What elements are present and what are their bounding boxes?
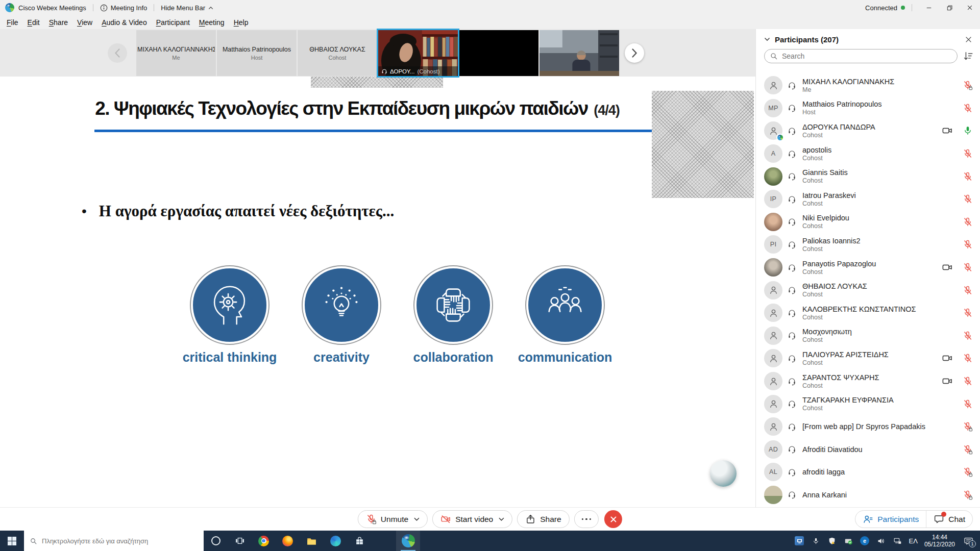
participant-row[interactable]: Giannis Saitis Cohost — [756, 165, 980, 188]
headset-icon — [788, 399, 796, 408]
start-video-button[interactable]: Start video — [432, 510, 512, 528]
action-center-button[interactable]: 1 — [962, 531, 975, 551]
participant-row[interactable]: Anna Karkani — [756, 484, 980, 507]
menu-item-help[interactable]: Help — [229, 18, 253, 27]
firefox-button[interactable] — [276, 531, 300, 551]
participants-search-input[interactable] — [764, 49, 958, 63]
task-view-button[interactable] — [228, 531, 252, 551]
participant-row[interactable]: ΔΟΡΟΥΚΑ ΠΑΝΔΩΡΑ Cohost — [756, 119, 980, 142]
participant-row[interactable]: AL afroditi lagga — [756, 461, 980, 484]
avatar-initials: AL — [769, 468, 777, 475]
network-tray-icon[interactable] — [893, 536, 902, 546]
language-indicator[interactable]: ΕΛ — [909, 537, 918, 545]
avatar-initials: MP — [768, 105, 778, 112]
participants-panel: Participants (207) — [755, 29, 980, 508]
menu-item-participant[interactable]: Participant — [152, 18, 194, 27]
edge-button[interactable] — [324, 531, 348, 551]
participant-row[interactable]: Μοσχονησιωτη Cohost — [756, 324, 980, 347]
participants-toggle-button[interactable]: Participants — [855, 511, 926, 528]
chevron-down-icon[interactable] — [414, 517, 420, 521]
info-icon — [100, 4, 108, 12]
previous-videos-button[interactable] — [108, 43, 127, 63]
microsoft-store-button[interactable] — [348, 531, 372, 551]
video-tile-active-speaker[interactable]: ΔΟΡΟΥ... (Cohost) — [378, 30, 458, 76]
participant-row[interactable]: AD Afroditi Diavatidou — [756, 438, 980, 461]
share-button[interactable]: Share — [517, 510, 569, 528]
video-tile[interactable] — [540, 30, 619, 76]
participant-row[interactable]: ΣΑΡΑΝΤΟΣ ΨΥΧΑΡΗΣ Cohost — [756, 370, 980, 393]
volume-tray-icon[interactable] — [876, 536, 886, 546]
avatar: MP — [764, 99, 782, 117]
chat-toggle-button[interactable]: Chat — [926, 511, 972, 528]
next-videos-button[interactable] — [625, 43, 644, 63]
update-check-tray-icon[interactable] — [844, 536, 853, 546]
video-tile-name-only[interactable]: ΜΙΧΑΗΛ ΚΑΛΟΓΙΑΝΝΑΚΗΣ Me — [136, 30, 216, 76]
leave-meeting-button[interactable] — [604, 510, 622, 528]
menu-item-audio-video[interactable]: Audio & Video — [97, 18, 151, 27]
participant-row[interactable]: MP Matthaios Patrinopoulos Host — [756, 97, 980, 120]
webex-taskbar-button[interactable] — [396, 531, 420, 551]
participant-names: [From web app] Dr Spyros Papadakis — [802, 422, 925, 431]
participant-row[interactable]: ΠΑΛΙΟΥΡΑΣ ΑΡΙΣΤΕΙΔΗΣ Cohost — [756, 347, 980, 370]
skills-row: critical thinking — [184, 266, 611, 365]
taskbar-clock[interactable]: 14:44 05/12/2020 — [924, 534, 955, 548]
participant-row[interactable]: [From web app] Dr Spyros Papadakis — [756, 415, 980, 438]
video-tile-name-only[interactable]: ΘΗΒΑΙΟΣ ΛΟΥΚΑΣ Cohost — [298, 30, 377, 76]
participant-role: Cohost — [802, 200, 856, 207]
hide-menu-bar-button[interactable]: Hide Menu Bar — [161, 4, 213, 12]
participant-row[interactable]: ΜΙΧΑΗΛ ΚΑΛΟΓΙΑΝΝΑΚΗΣ Me — [756, 74, 980, 97]
chevron-down-icon[interactable] — [764, 37, 770, 41]
eset-tray-icon[interactable]: e — [860, 536, 870, 546]
avatar: IP — [764, 190, 782, 208]
avatar — [764, 395, 782, 413]
defender-tray-icon[interactable] — [827, 536, 837, 546]
meeting-info-button[interactable]: Meeting Info — [100, 4, 148, 12]
participant-role: Cohost — [802, 382, 879, 389]
menu-item-edit[interactable]: Edit — [23, 18, 44, 27]
menu-item-view[interactable]: View — [72, 18, 97, 27]
file-explorer-button[interactable] — [300, 531, 324, 551]
skill-item: communication — [519, 266, 611, 365]
participant-name: Matthaios Patrinopoulos — [802, 100, 882, 108]
menu-bar: FileEditShareViewAudio & VideoParticipan… — [0, 15, 980, 29]
cortana-button[interactable] — [204, 531, 228, 551]
start-button[interactable] — [0, 531, 24, 551]
microphone-tray-icon[interactable] — [811, 536, 821, 546]
menu-item-meeting[interactable]: Meeting — [194, 18, 229, 27]
participant-row[interactable]: Niki Evelpidou Cohost — [756, 211, 980, 234]
minimize-button[interactable] — [919, 0, 939, 15]
unmute-button[interactable]: Unmute — [358, 510, 428, 528]
participant-row[interactable]: A apostolis Cohost — [756, 142, 980, 165]
mic-muted-locked-icon — [963, 467, 973, 477]
participant-row[interactable]: ΤΖΑΓΚΑΡΑΚΗ ΕΥΦΡΑΝΣΙΑ Cohost — [756, 392, 980, 415]
taskbar-search-input[interactable] — [42, 537, 198, 545]
participant-row[interactable]: PI Paliokas Ioannis2 Cohost — [756, 233, 980, 256]
participant-row[interactable]: IP Iatrou Paraskevi Cohost — [756, 188, 980, 211]
participant-row[interactable]: Panayotis Papazoglou Cohost — [756, 256, 980, 279]
headset-icon — [788, 217, 796, 226]
remote-app-tray-icon[interactable] — [795, 536, 804, 546]
menu-item-file[interactable]: File — [2, 18, 23, 27]
close-window-button[interactable] — [960, 0, 980, 15]
chrome-button[interactable] — [252, 531, 276, 551]
webex-floating-ball[interactable] — [710, 460, 737, 487]
sort-icon[interactable] — [963, 51, 974, 62]
participant-names: ΣΑΡΑΝΤΟΣ ΨΥΧΑΡΗΣ Cohost — [802, 373, 879, 389]
headset-icon — [788, 104, 796, 112]
participant-name: afroditi lagga — [802, 468, 845, 476]
taskbar-search-box[interactable] — [24, 531, 204, 551]
slide-title-page: (4/4) — [594, 103, 620, 118]
webex-logo-icon — [5, 3, 14, 12]
more-options-button[interactable] — [574, 510, 599, 528]
video-tile-camera-off[interactable] — [459, 30, 538, 76]
participant-row[interactable]: ΘΗΒΑΙΟΣ ΛΟΥΚΑΣ Cohost — [756, 279, 980, 302]
avatar: PI — [764, 235, 782, 254]
restore-button[interactable] — [939, 0, 960, 15]
participant-row[interactable]: ΚΑΛΟΒΡΕΚΤΗΣ ΚΩΝΣΤΑΝΤΙΝΟΣ Cohost — [756, 302, 980, 324]
chevron-down-icon[interactable] — [499, 517, 504, 521]
menu-item-share[interactable]: Share — [44, 18, 72, 27]
close-panel-icon[interactable] — [965, 36, 972, 43]
hands-icon — [428, 280, 478, 330]
headset-icon — [788, 149, 796, 158]
video-tile-name-only[interactable]: Matthaios Patrinopoulos Host — [217, 30, 297, 76]
